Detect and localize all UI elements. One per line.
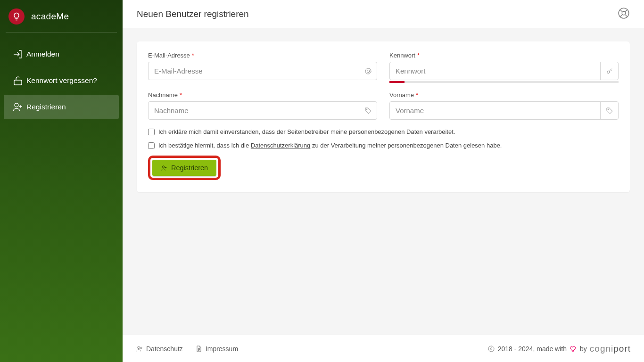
svg-point-5 xyxy=(607,71,609,73)
sidebar-item-login[interactable]: Anmelden xyxy=(4,42,119,66)
field-password: Kennwort* xyxy=(389,52,619,83)
email-input[interactable] xyxy=(149,62,359,80)
svg-point-9 xyxy=(138,346,140,349)
label-lastname: Nachname* xyxy=(148,91,377,99)
main: Neuen Benutzer registrieren E-Mail-Adres… xyxy=(123,0,644,362)
privacy-policy-link[interactable]: Datenschutzerklärung xyxy=(251,142,310,149)
firstname-input[interactable] xyxy=(390,102,600,119)
sidebar-nav: Anmelden Kennwort vergessen? Registriere… xyxy=(0,36,123,125)
lastname-input[interactable] xyxy=(149,102,359,119)
svg-point-1 xyxy=(15,103,18,107)
password-strength-bar xyxy=(389,81,619,83)
vendor-brand: cogniport xyxy=(590,344,631,354)
footer-credits: 2018 - 2024, made with by cogniport xyxy=(487,344,631,354)
consent-processing-text: Ich erkläre mich damit einverstanden, da… xyxy=(158,128,455,135)
field-lastname: Nachname* xyxy=(148,91,377,120)
password-input[interactable] xyxy=(390,62,600,80)
divider xyxy=(6,32,117,33)
register-card: E-Mail-Adresse* Kennwort* xyxy=(137,41,630,192)
users-icon xyxy=(136,345,143,353)
svg-point-4 xyxy=(367,70,369,72)
consent-processing-checkbox[interactable] xyxy=(148,129,155,135)
label-password: Kennwort* xyxy=(389,52,619,59)
register-button-label: Registrieren xyxy=(171,164,208,172)
sidebar-item-forgot-password[interactable]: Kennwort vergessen? xyxy=(4,68,119,93)
footer-imprint-link[interactable]: Impressum xyxy=(195,345,238,353)
login-icon xyxy=(9,49,26,60)
content: E-Mail-Adresse* Kennwort* xyxy=(123,28,644,335)
tag-icon xyxy=(600,102,618,119)
footer: Datenschutz Impressum 2018 - 2024, made … xyxy=(123,335,644,362)
sidebar-item-register[interactable]: Registrieren xyxy=(4,95,119,119)
brand-logo-icon xyxy=(8,8,25,25)
file-icon xyxy=(195,345,203,353)
svg-point-10 xyxy=(140,347,142,348)
required-marker: * xyxy=(417,52,420,59)
register-button[interactable]: Registrieren xyxy=(152,160,216,176)
consent-privacy-text: Ich bestätige hiermit, dass ich die Date… xyxy=(158,142,502,149)
topbar: Neuen Benutzer registrieren xyxy=(123,0,644,28)
footer-privacy-link[interactable]: Datenschutz xyxy=(136,345,183,353)
consent-row-privacy[interactable]: Ich bestätige hiermit, dass ich die Date… xyxy=(148,142,619,149)
sidebar-item-label: Anmelden xyxy=(26,50,59,58)
sidebar: acadeMe Anmelden Kennwort vergessen? Reg… xyxy=(0,0,123,362)
heart-icon xyxy=(570,345,577,353)
svg-point-7 xyxy=(608,109,609,110)
at-icon xyxy=(359,62,377,80)
svg-point-2 xyxy=(619,8,629,18)
brand: acadeMe xyxy=(0,0,123,32)
brand-name: acadeMe xyxy=(31,11,69,22)
required-marker: * xyxy=(416,91,418,99)
svg-point-11 xyxy=(488,346,494,352)
svg-point-8 xyxy=(162,165,164,167)
tag-icon xyxy=(359,102,377,119)
required-marker: * xyxy=(192,52,194,59)
sidebar-item-label: Kennwort vergessen? xyxy=(26,76,97,85)
consent-privacy-checkbox[interactable] xyxy=(148,142,155,149)
required-marker: * xyxy=(180,91,182,99)
key-icon xyxy=(600,62,618,80)
svg-point-6 xyxy=(366,109,367,110)
label-firstname: Vorname* xyxy=(389,91,619,99)
register-button-highlight: Registrieren xyxy=(148,156,221,180)
svg-point-3 xyxy=(622,11,626,15)
page-title: Neuen Benutzer registrieren xyxy=(137,9,249,19)
unlock-icon xyxy=(9,75,26,86)
label-email: E-Mail-Adresse* xyxy=(148,52,377,59)
svg-rect-0 xyxy=(14,80,22,85)
consent-row-processing[interactable]: Ich erkläre mich damit einverstanden, da… xyxy=(148,128,619,135)
help-icon[interactable] xyxy=(618,7,630,21)
user-plus-icon xyxy=(9,101,26,113)
field-firstname: Vorname* xyxy=(389,91,619,120)
field-email: E-Mail-Adresse* xyxy=(148,52,377,83)
sidebar-item-label: Registrieren xyxy=(26,103,66,111)
user-plus-icon xyxy=(161,165,168,172)
copyright-icon xyxy=(487,345,495,353)
